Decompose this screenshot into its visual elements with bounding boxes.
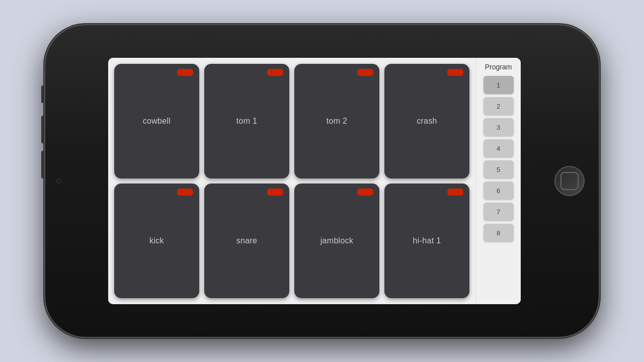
volume-down-button[interactable] [41,151,44,178]
program-btn-1[interactable]: 1 [484,76,514,94]
pad-indicator-tom1 [267,69,283,76]
pad-label-tom2: tom 2 [327,117,348,126]
program-btn-4[interactable]: 4 [484,139,514,157]
home-button-icon [560,172,579,190]
pad-tom1[interactable]: tom 1 [204,64,289,178]
program-title: Program [485,63,512,71]
pad-indicator-tom2 [357,69,373,76]
pad-jamblock[interactable]: jamblock [294,184,379,298]
program-btn-5[interactable]: 5 [484,160,514,178]
phone-shell: cowbelltom 1tom 2crashkicksnarejamblockh… [45,25,599,337]
pad-kick[interactable]: kick [114,184,199,298]
pad-tom2[interactable]: tom 2 [294,64,379,178]
program-buttons-container: 12345678 [484,76,514,242]
program-btn-8[interactable]: 8 [484,224,514,242]
pad-label-kick: kick [149,236,164,245]
pad-cowbell[interactable]: cowbell [114,64,199,178]
program-btn-6[interactable]: 6 [484,182,514,200]
pad-crash[interactable]: crash [384,64,469,178]
program-btn-2[interactable]: 2 [484,97,514,115]
volume-up-button[interactable] [41,116,44,143]
pad-label-crash: crash [417,117,437,126]
pad-snare[interactable]: snare [204,184,289,298]
pad-indicator-cowbell [177,69,193,76]
program-btn-3[interactable]: 3 [484,118,514,136]
pad-label-cowbell: cowbell [143,117,171,126]
pad-indicator-kick [177,189,193,196]
pad-label-jamblock: jamblock [320,236,354,245]
pads-grid: cowbelltom 1tom 2crashkicksnarejamblockh… [108,58,475,304]
camera-sensor [56,178,61,184]
pad-label-tom1: tom 1 [236,117,258,126]
pad-indicator-crash [447,69,463,76]
pad-hihat1[interactable]: hi-hat 1 [384,184,469,298]
pad-indicator-snare [267,189,283,196]
pad-indicator-jamblock [357,189,373,196]
screen: cowbelltom 1tom 2crashkicksnarejamblockh… [108,58,521,304]
silent-switch[interactable] [41,85,44,103]
pad-indicator-hihat1 [447,189,463,196]
home-button[interactable] [554,166,585,196]
pad-label-snare: snare [236,236,258,245]
program-sidebar: Program 12345678 [475,58,521,304]
pad-label-hihat1: hi-hat 1 [413,236,441,245]
program-btn-7[interactable]: 7 [484,203,514,221]
